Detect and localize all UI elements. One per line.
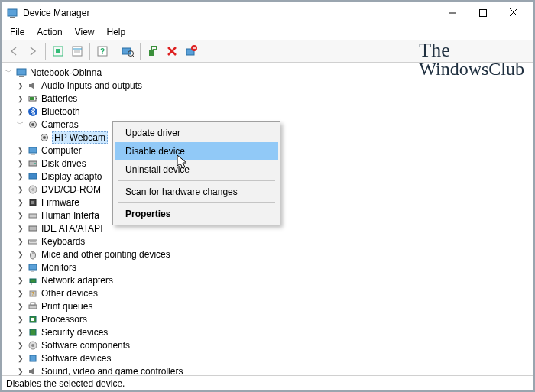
ctx-disable-device[interactable]: Disable device: [115, 142, 278, 160]
expand-icon[interactable]: ❯: [15, 355, 26, 362]
expand-icon[interactable]: ❯: [15, 277, 26, 284]
expand-icon[interactable]: ❯: [15, 290, 26, 297]
tree-node-label: IDE ATA/ATAPI: [40, 223, 104, 234]
other-device-icon: ?: [26, 287, 40, 300]
disable-device-button[interactable]: [163, 42, 181, 60]
expand-icon[interactable]: ❯: [15, 303, 26, 310]
menu-view[interactable]: View: [70, 26, 100, 38]
expand-icon[interactable]: ❯: [15, 147, 26, 154]
keyboard-icon: [26, 235, 40, 248]
bluetooth-icon: [26, 105, 40, 118]
back-button: [5, 42, 23, 60]
ctx-scan-hardware[interactable]: Scan for hardware changes: [115, 183, 278, 201]
svg-rect-49: [31, 271, 34, 272]
tree-node-label: Notebook-Obinna: [28, 67, 103, 78]
svg-rect-48: [29, 264, 37, 270]
hid-icon: [26, 209, 40, 222]
toolbar: ?: [2, 40, 533, 63]
ctx-update-driver[interactable]: Update driver: [115, 124, 278, 142]
tree-item-software-devices[interactable]: ❯Software devices: [3, 352, 532, 364]
tree-node-label: Keyboards: [40, 236, 86, 247]
menu-file[interactable]: File: [5, 26, 30, 38]
context-menu: Update driver Disable device Uninstall d…: [112, 121, 280, 225]
tree-node-label: Network adapters: [40, 275, 115, 286]
tree-node-label: Mice and other pointing devices: [40, 249, 172, 260]
show-hidden-button[interactable]: [49, 42, 67, 60]
tree-item-keyboards[interactable]: ❯Keyboards: [3, 235, 532, 248]
menu-action[interactable]: Action: [31, 26, 67, 38]
expand-icon[interactable]: ❯: [15, 186, 26, 193]
tree-item-batteries[interactable]: ❯Batteries: [3, 92, 532, 105]
expand-icon[interactable]: ❯: [15, 225, 26, 232]
tree-item-processors[interactable]: ❯Processors: [3, 313, 532, 326]
tree-node-label: Print queues: [40, 301, 94, 312]
tree-item-network[interactable]: ❯Network adapters: [3, 274, 532, 287]
expand-icon[interactable]: ❯: [15, 342, 26, 349]
enable-device-button[interactable]: [144, 42, 162, 60]
ctx-separator: [118, 180, 275, 181]
ctx-properties[interactable]: Properties: [115, 205, 278, 223]
tree-node-label: HP Webcam: [52, 131, 108, 144]
tree-root[interactable]: ﹀ Notebook-Obinna: [3, 66, 532, 79]
expand-icon[interactable]: ❯: [15, 238, 26, 245]
collapse-icon[interactable]: ﹀: [3, 67, 15, 77]
scan-hardware-button[interactable]: [118, 42, 137, 60]
webcam-icon: [37, 131, 51, 144]
tree-item-monitors[interactable]: ❯Monitors: [3, 261, 532, 274]
expand-icon[interactable]: ❯: [15, 160, 26, 167]
expand-icon[interactable]: ❯: [15, 264, 26, 271]
status-text: Disables the selected device.: [6, 378, 125, 389]
tree-node-label: Computer: [40, 145, 83, 156]
ctx-uninstall-device[interactable]: Uninstall device: [115, 160, 278, 179]
tree-item-bluetooth[interactable]: ❯Bluetooth: [3, 105, 532, 118]
menu-help[interactable]: Help: [102, 26, 131, 38]
tree-node-label: Cameras: [40, 119, 80, 130]
maximize-button[interactable]: [468, 2, 498, 24]
ctx-separator: [118, 202, 275, 203]
close-button[interactable]: [498, 2, 529, 24]
expand-icon[interactable]: ❯: [15, 82, 26, 89]
svg-point-32: [43, 136, 46, 139]
camera-icon: [26, 118, 40, 131]
svg-rect-57: [31, 318, 34, 321]
tree-node-label: Disk drives: [40, 158, 88, 169]
uninstall-device-button[interactable]: [182, 42, 200, 60]
svg-text:?: ?: [31, 291, 34, 296]
expand-icon[interactable]: ❯: [15, 329, 26, 336]
tree-item-software-components[interactable]: ❯Software components: [3, 339, 532, 352]
processor-icon: [26, 313, 40, 326]
svg-rect-23: [17, 69, 26, 75]
properties-button[interactable]: [68, 42, 86, 60]
expand-icon[interactable]: ❯: [15, 173, 26, 180]
svg-point-60: [31, 344, 34, 347]
tree-item-other[interactable]: ❯?Other devices: [3, 287, 532, 300]
svg-rect-7: [56, 49, 60, 53]
network-icon: [26, 274, 40, 287]
collapse-icon[interactable]: ﹀: [15, 119, 26, 129]
tree-node-label: Display adapto: [40, 171, 103, 182]
svg-point-39: [32, 188, 34, 190]
expand-icon[interactable]: ❯: [15, 108, 26, 115]
expand-icon[interactable]: ❯: [15, 316, 26, 323]
svg-rect-58: [30, 329, 36, 335]
tree-node-label: Human Interfa: [40, 210, 101, 221]
minimize-button[interactable]: [437, 2, 468, 24]
expand-icon[interactable]: ❯: [15, 199, 26, 206]
svg-rect-41: [31, 201, 34, 204]
expand-icon[interactable]: ❯: [15, 212, 26, 219]
dvd-icon: [26, 183, 40, 196]
tree-item-security[interactable]: ❯Security devices: [3, 326, 532, 339]
svg-point-36: [34, 163, 36, 164]
expand-icon[interactable]: ❯: [15, 95, 26, 102]
expand-icon[interactable]: ❯: [15, 368, 26, 375]
tree-item-sound-video-game[interactable]: ❯Sound, video and game controllers: [3, 364, 532, 375]
expand-icon[interactable]: ❯: [15, 251, 26, 258]
menubar: File Action View Help: [2, 24, 533, 40]
help-button[interactable]: ?: [93, 42, 112, 60]
tree-node-label: Firmware: [40, 197, 81, 208]
tree-item-audio[interactable]: ❯Audio inputs and outputs: [3, 79, 532, 92]
tree-item-mice[interactable]: ❯Mice and other pointing devices: [3, 248, 532, 261]
tree-item-print-queues[interactable]: ❯Print queues: [3, 300, 532, 313]
svg-rect-3: [480, 9, 487, 16]
svg-point-30: [31, 123, 34, 126]
